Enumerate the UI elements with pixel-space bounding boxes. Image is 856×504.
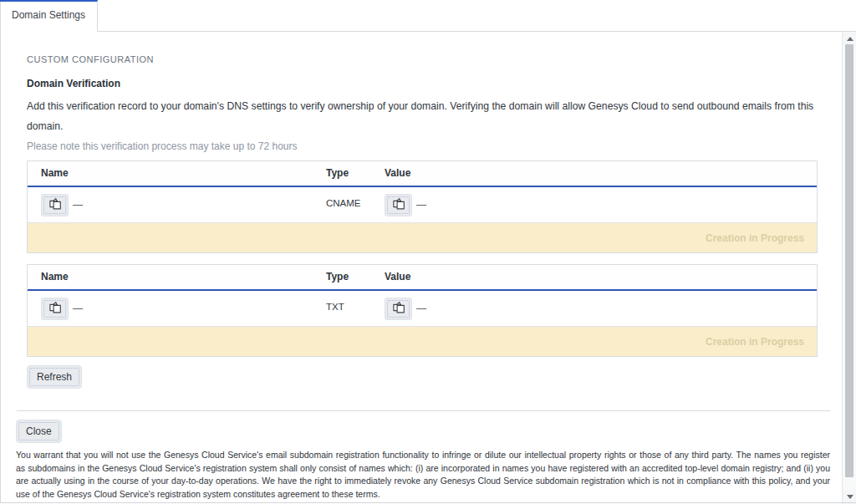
copy-value-button[interactable] xyxy=(385,194,412,216)
record-type-cell: TXT xyxy=(313,301,371,316)
section-title: Domain Verification xyxy=(27,79,818,89)
record-type-value: CNAME xyxy=(326,198,361,208)
legal-text-line: as subdomains in the Genesys Cloud Servi… xyxy=(16,462,830,476)
verification-description: Add this verification record to your dom… xyxy=(27,96,818,136)
footer: Close You warrant that you will not use … xyxy=(1,410,842,501)
section-kicker: CUSTOM CONFIGURATION xyxy=(27,54,818,64)
copy-name-button[interactable] xyxy=(41,194,69,216)
copy-icon xyxy=(49,198,61,212)
txt-record-table: Name Type Value — TXT xyxy=(27,264,818,357)
refresh-button[interactable]: Refresh xyxy=(27,365,82,389)
record-status-row: Creation in Progress xyxy=(28,223,817,252)
column-header-value: Value xyxy=(371,161,817,186)
legal-text-line: use of the Genesys Cloud Service's regis… xyxy=(16,488,830,501)
column-header-name: Name xyxy=(28,265,313,289)
legal-text: You warrant that you will not use the Ge… xyxy=(16,449,830,501)
record-name-cell: — xyxy=(28,298,313,320)
table-header-row: Name Type Value xyxy=(28,161,817,187)
custom-configuration-section: CUSTOM CONFIGURATION Domain Verification… xyxy=(1,32,842,389)
record-type-value: TXT xyxy=(326,302,344,312)
record-value-value: — xyxy=(416,303,426,314)
footer-divider xyxy=(17,410,830,411)
tab-domain-settings[interactable]: Domain Settings xyxy=(0,0,98,32)
tab-bar: Domain Settings xyxy=(0,0,856,32)
content-area: CUSTOM CONFIGURATION Domain Verification… xyxy=(1,32,842,504)
record-type-cell: CNAME xyxy=(313,197,371,212)
table-header-row: Name Type Value xyxy=(28,265,817,291)
column-header-type: Type xyxy=(313,161,371,186)
record-value-cell: — xyxy=(371,298,817,320)
vertical-scrollbar[interactable] xyxy=(842,32,856,504)
column-header-type: Type xyxy=(313,265,371,289)
record-name-value: — xyxy=(73,303,83,314)
panel-bottom-border xyxy=(0,502,856,503)
cname-record-table: Name Type Value — CNAME xyxy=(27,160,818,253)
verification-note: Please note this verification process ma… xyxy=(27,141,818,152)
copy-value-button[interactable] xyxy=(385,298,412,320)
panel-left-border xyxy=(0,2,1,502)
record-value-value: — xyxy=(416,199,426,211)
column-header-value: Value xyxy=(371,265,817,289)
record-row: — CNAME — xyxy=(28,187,817,223)
domain-settings-panel: Domain Settings CUSTOM CONFIGURATION Dom… xyxy=(0,0,856,504)
copy-name-button[interactable] xyxy=(41,298,69,320)
status-badge: Creation in Progress xyxy=(706,232,804,244)
record-row: — TXT — xyxy=(28,291,817,327)
copy-icon xyxy=(393,198,405,212)
scrollbar-thumb[interactable] xyxy=(845,44,853,477)
record-value-cell: — xyxy=(371,194,817,216)
arrow-up-icon xyxy=(847,37,853,41)
record-name-cell: — xyxy=(28,194,313,216)
column-header-name: Name xyxy=(28,161,313,186)
record-name-value: — xyxy=(73,199,83,211)
close-button[interactable]: Close xyxy=(16,420,62,443)
legal-text-line: are actually using in the course of your… xyxy=(16,475,830,488)
record-status-row: Creation in Progress xyxy=(28,327,817,356)
legal-text-line: You warrant that you will not use the Ge… xyxy=(16,449,830,462)
copy-icon xyxy=(393,302,405,316)
status-badge: Creation in Progress xyxy=(706,336,804,348)
arrow-down-icon xyxy=(847,495,853,499)
copy-icon xyxy=(49,302,61,316)
